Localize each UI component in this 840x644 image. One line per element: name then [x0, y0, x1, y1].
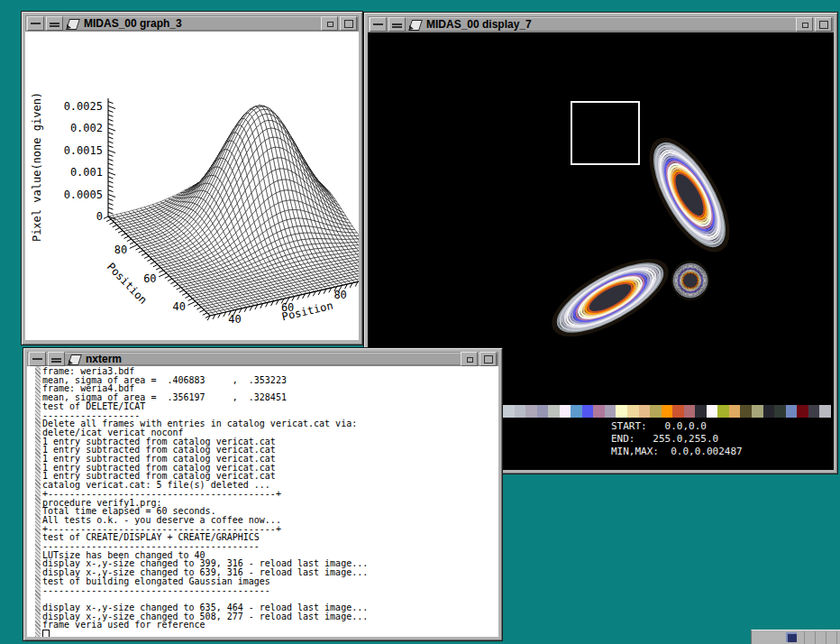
lut-color-segment [786, 405, 798, 418]
iconify-button[interactable] [370, 17, 387, 32]
terminal-titlebar[interactable]: nxterm [27, 352, 498, 366]
iconify-button[interactable] [27, 16, 44, 31]
lut-color-segment [707, 405, 718, 418]
lut-color-segment [639, 405, 651, 418]
menu-icon [50, 23, 59, 24]
lut-color-segment [593, 405, 605, 418]
lut-color-segment [662, 405, 673, 418]
lut-color-segment [672, 405, 684, 418]
graph-titlebar[interactable]: MIDAS_00 graph_3 [25, 15, 359, 32]
restore-button[interactable] [461, 352, 478, 366]
lut-color-segment [695, 405, 707, 418]
maximize-icon [344, 20, 353, 28]
display-window-title: MIDAS_00 display_7 [426, 18, 532, 31]
svg-text:Pixel value(none given): Pixel value(none given) [31, 92, 43, 242]
restore-button[interactable] [321, 16, 338, 31]
lut-color-segment [650, 405, 662, 418]
iconify-icon [32, 358, 42, 360]
lut-color-segment [819, 405, 831, 418]
taskbar-fragment[interactable] [751, 630, 840, 644]
graph-window-title: MIDAS_00 graph_3 [84, 17, 182, 30]
lut-color-segment [808, 405, 820, 418]
terminal-output: frame: weria3.bdf mean, sigma of area = … [42, 367, 368, 630]
svg-text:0.0015: 0.0015 [64, 144, 103, 157]
svg-text:40: 40 [172, 300, 185, 313]
surface-plot: 00.00050.0010.00150.0020.002580604040608… [25, 32, 359, 340]
display-status-text: START: 0.0,0.0 END: 255.0,255.0 MIN,MAX:… [611, 420, 743, 458]
lut-color-segment [740, 405, 752, 418]
lut-color-segment [582, 405, 594, 418]
lut-color-segment [537, 405, 549, 418]
lut-color-segment [729, 405, 741, 418]
lut-color-segment [717, 405, 729, 418]
lut-color-segment [525, 405, 537, 418]
iconify-icon [31, 23, 41, 24]
lut-color-segment [503, 405, 515, 418]
menu-icon [51, 358, 61, 360]
maximize-icon [819, 21, 828, 29]
menu-button[interactable] [388, 17, 406, 32]
display-titlebar[interactable]: MIDAS_00 display_7 [368, 16, 834, 32]
restore-button[interactable] [796, 17, 813, 32]
lut-color-segment [605, 405, 616, 418]
iconify-button[interactable] [29, 352, 46, 366]
svg-text:80: 80 [114, 244, 127, 256]
app-icon [408, 18, 423, 31]
lut-color-segment [560, 405, 571, 418]
lut-color-segment [548, 405, 560, 418]
maximize-button[interactable] [479, 352, 497, 366]
maximize-button[interactable] [340, 16, 357, 31]
menu-button[interactable] [46, 16, 63, 31]
selection-box [571, 101, 640, 165]
terminal-scrollbar[interactable] [35, 366, 41, 637]
svg-text:0.0025: 0.0025 [64, 100, 103, 113]
lut-color-segment [616, 405, 627, 418]
lut-color-segment [515, 405, 526, 418]
menu-icon [392, 23, 402, 25]
iconify-icon [373, 23, 383, 25]
app-icon [68, 353, 82, 365]
lut-color-segment [763, 405, 775, 418]
svg-text:0.0005: 0.0005 [64, 189, 103, 201]
desktop: MIDAS_00 graph_3 00.00050.0010.00150.002… [0, 0, 840, 644]
terminal-window-title: nxterm [86, 353, 122, 365]
terminal-cursor [42, 630, 50, 637]
lut-color-segment [797, 405, 808, 418]
maximize-button[interactable] [815, 17, 832, 32]
restore-icon [327, 22, 333, 27]
terminal-window: nxterm frame: weria3.bdf mean, sigma of … [23, 347, 503, 641]
svg-text:80: 80 [333, 289, 346, 301]
lut-color-segment [752, 405, 763, 418]
graph-window: MIDAS_00 graph_3 00.00050.0010.00150.002… [21, 11, 363, 345]
lut-color-segment [627, 405, 639, 418]
menu-button[interactable] [48, 352, 65, 366]
terminal-text-area[interactable]: frame: weria3.bdf mean, sigma of area = … [27, 366, 498, 637]
svg-text:40: 40 [228, 313, 241, 326]
lut-color-segment [571, 405, 582, 418]
lut-color-bar [503, 405, 831, 418]
app-icon [66, 17, 80, 30]
svg-text:0.002: 0.002 [70, 122, 103, 134]
maximize-icon [484, 355, 493, 363]
surface-plot-area: 00.00050.0010.00150.0020.002580604040608… [25, 32, 359, 340]
restore-icon [802, 23, 808, 28]
svg-text:0: 0 [96, 210, 103, 223]
restore-icon [467, 357, 473, 363]
lut-color-segment [684, 405, 696, 418]
lut-color-segment [774, 405, 786, 418]
svg-text:60: 60 [143, 272, 156, 285]
taskbar-app-icon [786, 632, 797, 642]
svg-text:0.001: 0.001 [70, 166, 103, 179]
